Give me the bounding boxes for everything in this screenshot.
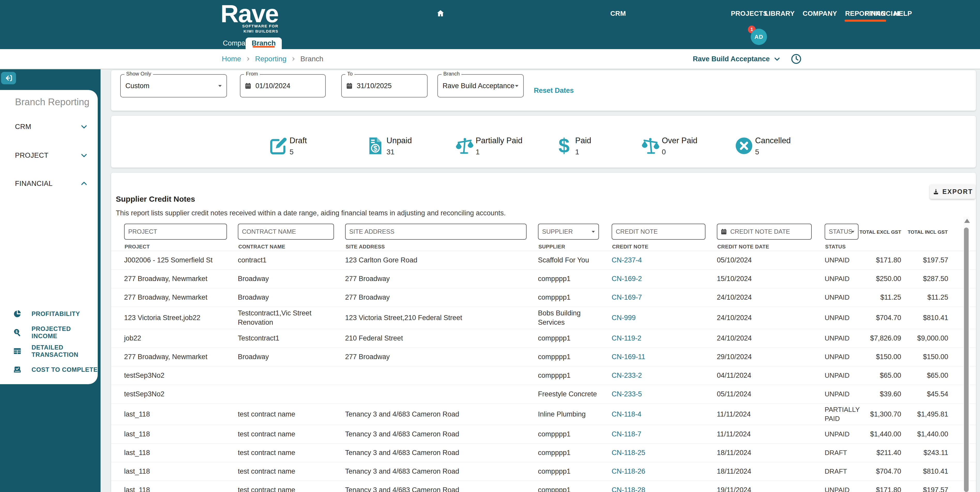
breadcrumb-reporting[interactable]: Reporting — [255, 55, 286, 63]
cell-project: 277 Broadway, Newmarket — [124, 352, 233, 361]
cell-site-address: 210 Federal Street — [345, 333, 526, 343]
sidebar-section-project[interactable]: PROJECT — [15, 150, 88, 161]
status-item[interactable]: Over Paid 0 — [641, 135, 697, 156]
cell-status: PARTIALLY PAID — [825, 405, 862, 423]
cell-project: testSep3No2 — [124, 389, 233, 399]
from-date-field[interactable]: From 01/10/2024 — [240, 74, 326, 97]
cell-contract-name: test contract name — [238, 430, 341, 439]
svg-text:$: $ — [373, 144, 377, 152]
show-only-select[interactable]: Show Only Custom — [120, 74, 227, 97]
breadcrumb-home[interactable]: Home — [222, 55, 241, 63]
credit-note-link[interactable]: CN-118-28 — [612, 485, 689, 492]
credit-note-filter-input[interactable] — [612, 224, 705, 239]
column-header-credit-note: CREDIT NOTE — [612, 244, 648, 250]
cell-supplier: compppp1 — [538, 430, 605, 439]
status-item[interactable]: $ Paid 1 — [555, 135, 591, 156]
status-item[interactable]: Cancelled 5 — [734, 135, 791, 156]
chevron-down-icon[interactable] — [773, 55, 781, 62]
credit-note-link[interactable]: CN-118-7 — [612, 430, 689, 439]
cell-total-incl-gst: $1,495.81 — [902, 409, 948, 419]
branch-select[interactable]: Branch Rave Build Acceptance — [438, 74, 524, 97]
credit-note-link[interactable]: CN-169-2 — [612, 274, 689, 283]
cell-status: UNPAID — [825, 313, 862, 322]
cell-credit-note-date: 24/10/2024 — [717, 313, 794, 322]
nav-item[interactable]: PROJECTS — [731, 10, 768, 18]
sidebar-item[interactable]: COST TO COMPLETE — [0, 360, 98, 379]
contract-name-filter-input[interactable] — [239, 224, 334, 239]
nav-item[interactable]: HELP — [894, 10, 912, 18]
collapse-arrow-icon — [5, 74, 13, 82]
field-label: To — [345, 71, 355, 77]
credit-note-link[interactable]: CN-169-7 — [612, 293, 689, 302]
to-date-field[interactable]: To 31/10/2025 — [341, 74, 428, 97]
cell-total-incl-gst: $810.41 — [902, 467, 948, 476]
cell-credit-note-date: 05/11/2024 — [717, 389, 794, 399]
cell-credit-note-date: 24/10/2024 — [717, 293, 794, 302]
sidebar-item[interactable]: PROFITABILITY — [0, 304, 98, 323]
svg-text:$: $ — [16, 330, 18, 334]
table-row: last_118 test contract name Tenancy 3 an… — [111, 404, 976, 425]
sidebar-item-label: DETAILED TRANSACTION — [32, 344, 98, 358]
credit-note-link[interactable]: CN-237-4 — [612, 255, 689, 265]
credit-note-date-filter[interactable] — [717, 224, 812, 240]
credit-note-link[interactable]: CN-233-2 — [612, 371, 689, 380]
credit-note-link[interactable]: CN-118-4 — [612, 409, 689, 419]
table-row: J002006 - 125 Somerfield St contract1 12… — [111, 251, 976, 270]
supplier-filter-input[interactable] — [538, 224, 598, 239]
branch-selector[interactable]: Rave Build Acceptance — [693, 55, 770, 63]
cell-total-incl-gst: $197.57 — [902, 255, 948, 265]
calendar-icon — [346, 83, 353, 89]
status-item[interactable]: Draft 5 — [269, 135, 307, 156]
table-header: PROJECT CONTRACT NAME SITE ADDRESS SUPPL… — [111, 224, 976, 251]
cancelled-icon — [734, 135, 754, 156]
nav-item[interactable]: CRM — [610, 10, 626, 18]
project-filter-input[interactable] — [125, 224, 226, 239]
nav-item[interactable]: REPORTING — [845, 10, 886, 18]
credit-note-link[interactable]: CN-118-25 — [612, 448, 689, 457]
cell-supplier: compppp1 — [538, 467, 605, 476]
scrollbar-up-arrow[interactable] — [964, 219, 970, 223]
download-icon — [932, 188, 939, 195]
tab-branch[interactable]: Branch — [246, 38, 282, 49]
cell-site-address: 123 Victoria Street,210 Federal Street — [345, 313, 526, 322]
reset-dates-link[interactable]: Reset Dates — [534, 87, 574, 95]
credit-note-link[interactable]: CN-118-26 — [612, 467, 689, 476]
credit-note-link[interactable]: CN-999 — [612, 313, 689, 322]
sidebar-section-crm[interactable]: CRM — [15, 121, 88, 132]
sidebar-item[interactable]: $ PROJECTED INCOME — [0, 323, 98, 342]
cell-site-address: Tenancy 3 and 4/683 Cameron Road — [345, 409, 526, 419]
cell-credit-note-date: 18/11/2024 — [717, 467, 794, 476]
cell-credit-note-date: 24/10/2024 — [717, 333, 794, 343]
nav-item[interactable]: COMPANY — [803, 10, 837, 18]
column-header-status: STATUS — [825, 244, 846, 250]
clock-icon[interactable] — [791, 53, 802, 65]
cell-supplier: Bobs Building Services — [538, 309, 605, 327]
nav-item[interactable]: LIBRARY — [764, 10, 795, 18]
site-address-filter — [345, 224, 527, 240]
status-item[interactable]: Partially Paid 1 — [455, 135, 522, 156]
supplier-filter[interactable] — [538, 224, 599, 240]
caret-down-icon — [216, 83, 223, 89]
cell-total-excl-gst: $171.80 — [862, 485, 901, 492]
sidebar-collapse-button[interactable] — [1, 72, 16, 84]
credit-note-link[interactable]: CN-119-2 — [612, 333, 689, 343]
sidebar-item[interactable]: DETAILED TRANSACTION — [0, 342, 98, 360]
avatar[interactable]: AD — [751, 29, 767, 45]
cell-credit-note-date: 05/10/2024 — [717, 255, 794, 265]
status-item[interactable]: $ Unpaid 31 — [366, 135, 412, 156]
site-address-filter-input[interactable] — [345, 224, 526, 239]
scrollbar-thumb[interactable] — [964, 228, 969, 492]
cell-status: UNPAID — [825, 486, 862, 492]
credit-note-link[interactable]: CN-233-5 — [612, 389, 689, 399]
credit-note-link[interactable]: CN-169-11 — [612, 352, 689, 361]
cell-project: last_118 — [124, 409, 233, 419]
credit-note-date-filter-input[interactable] — [718, 224, 811, 239]
home-icon[interactable] — [436, 9, 445, 18]
breadcrumb-bar: Home Reporting Branch Rave Build Accepta… — [0, 49, 980, 69]
cell-total-excl-gst: $7,826.09 — [862, 333, 901, 343]
paid-icon: $ — [555, 135, 574, 156]
sidebar-title: Branch Reporting — [15, 97, 89, 108]
export-button[interactable]: EXPORT — [930, 184, 975, 199]
status-count: 5 — [290, 148, 307, 156]
sidebar-section-financial[interactable]: FINANCIAL — [15, 178, 88, 189]
